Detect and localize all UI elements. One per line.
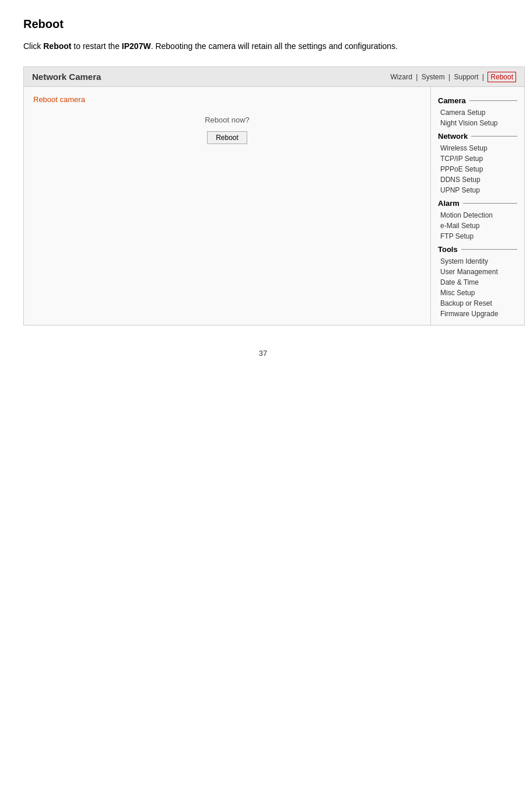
nav-wizard[interactable]: Wizard [390,73,412,81]
sidebar-item-email-setup[interactable]: e-Mail Setup [438,220,517,231]
sidebar-item-backup-reset[interactable]: Backup or Reset [438,298,517,309]
sidebar-item-motion-detection[interactable]: Motion Detection [438,210,517,220]
sidebar-network-header: Network [438,132,517,141]
sidebar-item-firmware-upgrade[interactable]: Firmware Upgrade [438,309,517,319]
description: Click Reboot to restart the IP207W. Rebo… [23,40,503,52]
sidebar-item-ftp-setup[interactable]: FTP Setup [438,231,517,242]
page-content: Reboot Click Reboot to restart the IP207… [0,0,526,387]
page-title: Reboot [23,18,503,31]
section-title: Reboot camera [33,95,421,104]
reboot-prompt: Reboot now? [33,116,421,124]
nav-support[interactable]: Support [454,73,478,81]
page-number: 37 [23,349,503,369]
alarm-divider [463,203,517,204]
reboot-btn-wrap: Reboot [33,131,421,144]
sidebar-item-user-management[interactable]: User Management [438,267,517,277]
nav-sep1: | [416,73,418,81]
sidebar-item-date-time[interactable]: Date & Time [438,277,517,288]
network-divider [471,136,517,136]
brand-label: Network Camera [32,72,101,82]
sidebar-item-upnp-setup[interactable]: UPNP Setup [438,185,517,195]
model-bold: IP207W [122,41,151,51]
reboot-bold-1: Reboot [43,41,71,51]
sidebar-item-night-vision-setup[interactable]: Night Vision Setup [438,118,517,128]
tools-divider [461,249,517,250]
nav-sep3: | [482,73,484,81]
reboot-button[interactable]: Reboot [207,131,247,144]
sidebar-item-wireless-setup[interactable]: Wireless Setup [438,143,517,153]
sidebar-camera-header: Camera [438,96,517,105]
sidebar-item-system-identity[interactable]: System Identity [438,256,517,267]
sidebar-tools-header: Tools [438,245,517,254]
sidebar-item-tcpip-setup[interactable]: TCP/IP Setup [438,153,517,164]
cam-sidebar: Camera Camera Setup Night Vision Setup N… [431,87,524,325]
sidebar-item-pppoe-setup[interactable]: PPPoE Setup [438,164,517,174]
sidebar-alarm-header: Alarm [438,199,517,208]
nav-system[interactable]: System [422,73,445,81]
sidebar-item-misc-setup[interactable]: Misc Setup [438,288,517,298]
cam-header: Network Camera Wizard | System | Support… [24,67,524,87]
camera-divider [469,100,517,101]
nav-sep2: | [448,73,450,81]
nav-links: Wizard | System | Support | Reboot [390,73,516,81]
sidebar-item-ddns-setup[interactable]: DDNS Setup [438,174,517,185]
cam-main: Reboot camera Reboot now? Reboot [24,87,431,325]
sidebar-item-camera-setup[interactable]: Camera Setup [438,107,517,118]
cam-body: Reboot camera Reboot now? Reboot Camera … [24,87,524,325]
screenshot-frame: Network Camera Wizard | System | Support… [23,66,525,326]
nav-reboot[interactable]: Reboot [488,72,516,82]
